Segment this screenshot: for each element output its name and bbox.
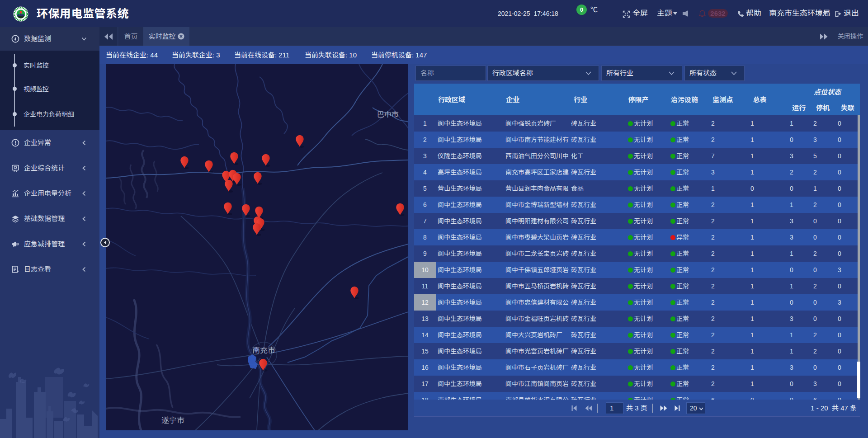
- svg-text:遂宁市: 遂宁市: [161, 414, 184, 425]
- svg-text:南充市: 南充市: [252, 344, 275, 355]
- svg-text:巴中市: 巴中市: [377, 108, 399, 119]
